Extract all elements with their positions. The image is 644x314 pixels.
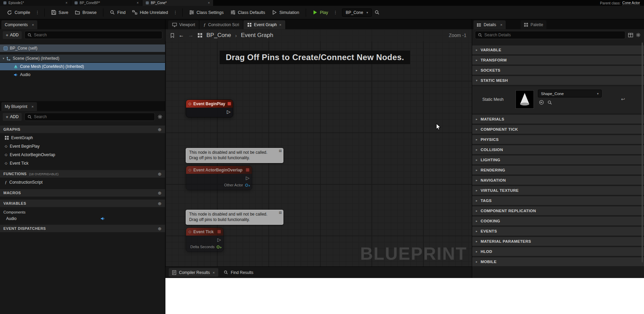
breadcrumb-current[interactable]: Event Graph (241, 32, 273, 39)
close-icon[interactable]: × (213, 271, 215, 275)
close-icon[interactable]: × (32, 105, 34, 109)
details-section-cooking[interactable]: ▸COOKING (472, 217, 644, 225)
details-section-sockets[interactable]: ▸SOCKETS (472, 66, 644, 75)
save-button[interactable]: Save (48, 8, 72, 17)
settings-gear-icon[interactable] (158, 114, 162, 119)
my-blueprint-search[interactable] (24, 113, 155, 121)
details-section-virtual-texture[interactable]: ▸VIRTUAL TEXTURE (472, 186, 644, 195)
back-arrow-button[interactable]: ← (179, 32, 184, 38)
close-icon[interactable]: × (32, 23, 34, 27)
close-icon[interactable]: × (137, 1, 139, 5)
tab-find-results[interactable]: Find Results (224, 270, 254, 275)
graph-item-event-actorbeginoverlap[interactable]: ◇ Event ActorBeginOverlap (0, 151, 165, 159)
doc-tab-episode1[interactable]: Episode1* × (0, 0, 71, 6)
tab-details[interactable]: Details × (474, 20, 506, 29)
components-search-input[interactable] (34, 33, 159, 37)
node-event-actorbeginoverlap[interactable]: ◇ Event ActorBeginOverlap ▷ Other Actor (186, 166, 252, 190)
play-button[interactable]: Play (309, 8, 331, 17)
component-row-bp-cone-self[interactable]: BP_Cone (self) (0, 44, 165, 52)
compile-button[interactable]: Compile (3, 8, 34, 17)
add-new-button[interactable]: + ADD (3, 113, 22, 121)
details-section-navigation[interactable]: ▸NAVIGATION (472, 176, 644, 185)
details-search[interactable] (475, 31, 625, 39)
doc-tab-bp-conebp[interactable]: BP_ConeBP* × (71, 0, 142, 6)
tab-components[interactable]: Components × (1, 20, 37, 29)
event-graph-canvas[interactable]: ← → BP_Cone › Event Graph Zoom -1 Drag O… (165, 29, 472, 266)
find-button[interactable]: Find (106, 8, 129, 17)
details-section-materials[interactable]: ▸MATERIALS (472, 115, 644, 124)
close-icon[interactable]: × (65, 1, 67, 5)
parent-class-link[interactable]: Cone Actor (622, 1, 640, 5)
static-mesh-thumbnail[interactable] (516, 90, 534, 109)
exec-output-pin[interactable]: ▷ (227, 109, 230, 114)
section-macros[interactable]: MACROS ⊕ (0, 189, 165, 197)
simulation-button[interactable]: Simulation (268, 8, 302, 17)
close-icon[interactable]: × (279, 23, 281, 27)
details-search-input[interactable] (484, 33, 622, 37)
toolbar-search-icon[interactable] (375, 10, 380, 15)
components-search[interactable] (24, 31, 162, 39)
my-blueprint-search-input[interactable] (34, 114, 152, 119)
add-variable-button[interactable]: ⊕ (158, 201, 162, 206)
close-icon[interactable]: × (208, 1, 210, 5)
component-row-audio[interactable]: Audio (0, 71, 165, 78)
tab-construction-script[interactable]: ƒ Construction Scri (199, 20, 243, 29)
variable-item-audio[interactable]: Audio (0, 216, 165, 222)
forward-arrow-button[interactable]: → (188, 32, 194, 38)
add-macro-button[interactable]: ⊕ (158, 190, 162, 196)
tab-viewport[interactable]: Viewport (168, 20, 199, 29)
section-variables[interactable]: VARIABLES ⊕ (0, 200, 165, 207)
browse-to-asset-icon[interactable] (547, 100, 552, 105)
use-selected-asset-icon[interactable] (539, 100, 544, 105)
add-component-button[interactable]: + ADD (3, 31, 22, 39)
details-section-hlod[interactable]: ▸HLOD (472, 247, 644, 256)
bookmark-icon[interactable] (170, 33, 175, 38)
compile-options-kebab-icon[interactable]: ⋮ (34, 10, 41, 15)
hide-unrelated-options-kebab-icon[interactable]: ⋮ (172, 10, 179, 15)
details-section-lighting[interactable]: ▸LIGHTING (472, 155, 644, 164)
details-section-material-parameters[interactable]: ▸MATERIAL PARAMETERS (472, 237, 644, 246)
details-section-component-replication[interactable]: ▸COMPONENT REPLICATION (472, 206, 644, 215)
graph-item-event-tick[interactable]: ◇ Event Tick (0, 159, 165, 167)
tab-compiler-results[interactable]: Compiler Results × (169, 268, 218, 277)
details-section-tags[interactable]: ▸TAGS (472, 196, 644, 205)
add-graph-button[interactable]: ⊕ (158, 127, 162, 132)
tab-my-blueprint[interactable]: My Blueprint × (1, 102, 37, 111)
section-graphs[interactable]: GRAPHS ⊕ (0, 126, 165, 133)
exec-output-pin[interactable]: ▷ (217, 237, 221, 242)
variable-category-components[interactable]: Components (0, 209, 165, 215)
details-section-rendering[interactable]: ▸RENDERING (472, 166, 644, 174)
class-settings-button[interactable]: Class Settings (186, 8, 227, 17)
add-event-dispatcher-button[interactable]: ⊕ (158, 226, 162, 231)
browse-button[interactable]: Browse (72, 8, 100, 17)
details-section-collision[interactable]: ▸COLLISION (472, 145, 644, 154)
section-functions[interactable]: FUNCTIONS (18 OVERRIDABLE) ⊕ (0, 170, 165, 178)
details-section-mobile[interactable]: ▸MOBILE (472, 257, 644, 266)
graph-item-eventgraph[interactable]: EventGraph (0, 134, 165, 142)
static-mesh-asset-dropdown[interactable]: Shape_Cone ▾ (538, 90, 602, 97)
hide-unrelated-button[interactable]: Hide Unrelated (129, 8, 171, 17)
component-row-cone-mesh[interactable]: Cone Mesh (ConeMesh) (Inherited) (0, 63, 165, 70)
doc-tab-bp-cone[interactable]: BP_Cone* × (142, 0, 214, 6)
details-section-events[interactable]: ▸EVENTS (472, 227, 644, 236)
debug-object-dropdown[interactable]: BP_Cone ▾ (342, 8, 372, 17)
graph-item-event-beginplay[interactable]: ◇ Event BeginPlay (0, 142, 165, 150)
pin-delta-seconds[interactable] (217, 245, 220, 248)
details-scrollbar[interactable] (642, 42, 643, 262)
node-event-tick[interactable]: ◇ Event Tick ▷ Delta Seconds (186, 227, 224, 252)
details-section-physics[interactable]: ▸PHYSICS (472, 135, 644, 144)
tab-event-graph[interactable]: Event Graph × (243, 20, 286, 29)
details-settings-gear-icon[interactable] (636, 33, 641, 37)
section-event-dispatchers[interactable]: EVENT DISPATCHERS ⊕ (0, 225, 165, 232)
tab-palette[interactable]: Palette (521, 20, 546, 29)
breadcrumb-root[interactable]: BP_Cone (206, 32, 231, 39)
details-section-variable[interactable]: ▸VARIABLE (472, 45, 644, 54)
class-defaults-button[interactable]: Class Defaults (227, 8, 269, 17)
add-function-button[interactable]: ⊕ (158, 171, 162, 177)
details-section-component-tick[interactable]: ▸COMPONENT TICK (472, 125, 644, 134)
close-icon[interactable]: × (500, 23, 502, 27)
details-section-transform[interactable]: ▸TRANSFORM (472, 56, 644, 64)
component-row-scene[interactable]: ▾ Scene (Scene) (Inherited) (0, 55, 165, 62)
function-item-constructionscript[interactable]: ƒ ConstructionScript (0, 178, 165, 186)
exec-output-pin[interactable]: ▷ (246, 175, 249, 181)
